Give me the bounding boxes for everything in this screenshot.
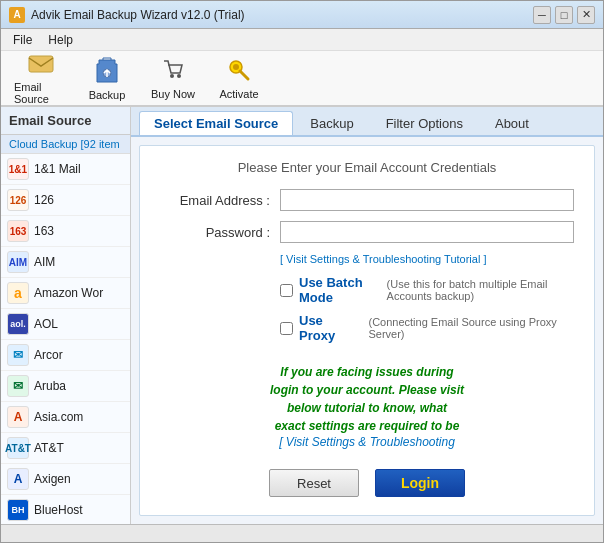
toolbar-backup[interactable]: Backup <box>75 54 139 102</box>
menu-bar: File Help <box>1 29 603 51</box>
sidebar-item-aol-label: AOL <box>34 317 58 331</box>
proxy-checkbox[interactable] <box>280 322 293 335</box>
maximize-button[interactable]: □ <box>555 6 573 24</box>
svg-point-5 <box>233 64 239 70</box>
sidebar-item-163-label: 163 <box>34 224 54 238</box>
title-bar: A Advik Email Backup Wizard v12.0 (Trial… <box>1 1 603 29</box>
main-window: A Advik Email Backup Wizard v12.0 (Trial… <box>0 0 604 543</box>
sidebar-item-bluehost[interactable]: BH BlueHost <box>1 495 130 524</box>
login-button[interactable]: Login <box>375 469 465 497</box>
sidebar-item-amazon[interactable]: a Amazon Wor <box>1 278 130 309</box>
backup-label: Backup <box>89 89 126 101</box>
sidebar-item-asiacom[interactable]: A Asia.com <box>1 402 130 433</box>
axigen-icon: A <box>7 468 29 490</box>
email-source-label: Email Source <box>14 81 68 105</box>
tab-select-source[interactable]: Select Email Source <box>139 111 293 135</box>
svg-point-3 <box>177 74 181 78</box>
buy-now-label: Buy Now <box>151 88 195 100</box>
minimize-button[interactable]: ─ <box>533 6 551 24</box>
buy-now-icon <box>160 57 186 86</box>
email-input[interactable] <box>280 189 574 211</box>
126-icon: 126 <box>7 189 29 211</box>
svg-point-2 <box>170 74 174 78</box>
arcor-icon: ✉ <box>7 344 29 366</box>
form-panel: Please Enter your Email Account Credenti… <box>139 145 595 516</box>
title-bar-left: A Advik Email Backup Wizard v12.0 (Trial… <box>9 7 245 23</box>
sidebar-item-aim[interactable]: AIM AIM <box>1 247 130 278</box>
toolbar-buy-now[interactable]: Buy Now <box>141 54 205 102</box>
sidebar-item-126[interactable]: 126 126 <box>1 185 130 216</box>
close-button[interactable]: ✕ <box>577 6 595 24</box>
proxy-label[interactable]: Use Proxy <box>299 313 356 343</box>
163-icon: 163 <box>7 220 29 242</box>
app-icon: A <box>9 7 25 23</box>
visit-link[interactable]: [ Visit Settings & Troubleshooting Tutor… <box>280 253 574 265</box>
sidebar-item-aruba-label: Aruba <box>34 379 66 393</box>
form-title: Please Enter your Email Account Credenti… <box>160 160 574 175</box>
tab-backup[interactable]: Backup <box>295 111 368 135</box>
aruba-icon: ✉ <box>7 375 29 397</box>
sidebar-item-126-label: 126 <box>34 193 54 207</box>
info-line3: below tutorial to know, what <box>287 401 447 415</box>
main-area: Email Source Cloud Backup [92 item 1&1 1… <box>1 107 603 524</box>
info-text: If you are facing issues during login to… <box>174 363 560 435</box>
svg-rect-0 <box>29 56 53 72</box>
batch-mode-hint: (Use this for batch multiple Email Accou… <box>387 278 574 302</box>
sidebar-item-arcor-label: Arcor <box>34 348 63 362</box>
batch-mode-checkbox[interactable] <box>280 284 293 297</box>
sidebar-item-amazon-label: Amazon Wor <box>34 286 103 300</box>
aim-icon: AIM <box>7 251 29 273</box>
asiacom-icon: A <box>7 406 29 428</box>
sidebar: Email Source Cloud Backup [92 item 1&1 1… <box>1 107 131 524</box>
aol-icon: aol. <box>7 313 29 335</box>
email-label: Email Address : <box>160 193 280 208</box>
sidebar-item-asiacom-label: Asia.com <box>34 410 83 424</box>
sidebar-item-163[interactable]: 163 163 <box>1 216 130 247</box>
tab-bar: Select Email Source Backup Filter Option… <box>131 107 603 137</box>
tab-about[interactable]: About <box>480 111 544 135</box>
sidebar-item-bluehost-label: BlueHost <box>34 503 83 517</box>
sidebar-sub[interactable]: Cloud Backup [92 item <box>1 135 130 154</box>
menu-file[interactable]: File <box>5 31 40 49</box>
sidebar-item-axigen[interactable]: A Axigen <box>1 464 130 495</box>
proxy-hint: (Connecting Email Source using Proxy Ser… <box>368 316 574 340</box>
info-box: If you are facing issues during login to… <box>160 353 574 459</box>
password-input[interactable] <box>280 221 574 243</box>
sidebar-header: Email Source <box>1 107 130 135</box>
email-source-icon <box>27 52 55 79</box>
amazon-icon: a <box>7 282 29 304</box>
sidebar-item-1and1[interactable]: 1&1 1&1 Mail <box>1 154 130 185</box>
sidebar-item-arcor[interactable]: ✉ Arcor <box>1 340 130 371</box>
proxy-row: Use Proxy (Connecting Email Source using… <box>280 313 574 343</box>
1and1-icon: 1&1 <box>7 158 29 180</box>
att-icon: AT&T <box>7 437 29 459</box>
sidebar-item-axigen-label: Axigen <box>34 472 71 486</box>
reset-button[interactable]: Reset <box>269 469 359 497</box>
sidebar-item-att[interactable]: AT&T AT&T <box>1 433 130 464</box>
batch-mode-row: Use Batch Mode (Use this for batch multi… <box>280 275 574 305</box>
status-bar <box>1 524 603 542</box>
info-line4: exact settings are required to be <box>275 419 460 433</box>
info-line2: login to your account. Please visit <box>270 383 464 397</box>
window-title: Advik Email Backup Wizard v12.0 (Trial) <box>31 8 245 22</box>
bluehost-icon: BH <box>7 499 29 521</box>
password-row: Password : <box>160 221 574 243</box>
sidebar-item-aruba[interactable]: ✉ Aruba <box>1 371 130 402</box>
button-row: Reset Login <box>160 469 574 497</box>
sidebar-item-aim-label: AIM <box>34 255 55 269</box>
info-link[interactable]: [ Visit Settings & Troubleshooting <box>174 435 560 449</box>
content-area: Select Email Source Backup Filter Option… <box>131 107 603 524</box>
info-line1: If you are facing issues during <box>280 365 453 379</box>
toolbar-activate[interactable]: Activate <box>207 54 271 102</box>
menu-help[interactable]: Help <box>40 31 81 49</box>
password-label: Password : <box>160 225 280 240</box>
sidebar-item-att-label: AT&T <box>34 441 64 455</box>
sidebar-item-1and1-label: 1&1 Mail <box>34 162 81 176</box>
activate-label: Activate <box>219 88 258 100</box>
backup-icon <box>95 56 119 87</box>
tab-filter-options[interactable]: Filter Options <box>371 111 478 135</box>
sidebar-item-aol[interactable]: aol. AOL <box>1 309 130 340</box>
toolbar: Email Source Backup Buy Now <box>1 51 603 107</box>
batch-mode-label[interactable]: Use Batch Mode <box>299 275 375 305</box>
toolbar-email-source[interactable]: Email Source <box>9 54 73 102</box>
